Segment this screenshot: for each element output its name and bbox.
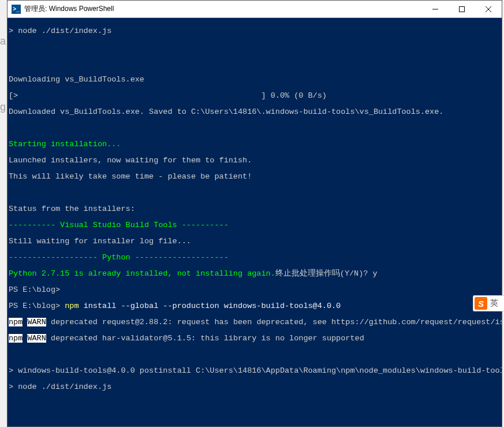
npm-warn-text: har-validator@5.1.5: this library is no … (98, 334, 364, 343)
npm-warn-text: request@2.88.2: request has been depreca… (98, 318, 502, 326)
titlebar[interactable]: >_ 管理员: Windows PowerShell (8, 1, 502, 18)
output-line: > node ./dist/index.js (9, 383, 501, 391)
output-line (9, 351, 501, 359)
npm-label: npm (9, 318, 23, 326)
sogou-icon: S (475, 297, 487, 310)
prompt-terminate: 终止批处理操作吗(Y/N)? y (275, 269, 378, 278)
output-line (9, 124, 501, 132)
output-line: > node ./dist/index.js (9, 27, 501, 35)
output-line (9, 60, 501, 68)
ime-indicator[interactable]: S 英 (473, 295, 504, 311)
section-header-vsbt: ---------- Visual Studio Build Tools ---… (9, 221, 501, 229)
npm-deprecated: deprecated (46, 318, 98, 326)
cmd-args: install --global --production windows-bu… (84, 302, 341, 310)
npm-deprecated: deprecated (46, 334, 98, 343)
output-line (9, 43, 501, 51)
output-line: This will likely take some time - please… (9, 173, 501, 181)
output-line: > windows-build-tools@4.0.0 postinstall … (9, 367, 501, 375)
section-header-python: ------------------- Python -------------… (9, 254, 501, 262)
output-line: Downloading vs_BuildTools.exe (9, 76, 501, 84)
close-button[interactable] (475, 1, 502, 17)
output-line (9, 415, 501, 424)
ps-prompt: PS E:\blog> (9, 302, 65, 310)
prompt-line: PS E:\blog> (9, 286, 501, 294)
output-line: Status from the installers: (9, 205, 501, 213)
progress-bar-line: [> ] 0.0% (0 B/s) (9, 92, 501, 100)
output-line (9, 399, 501, 407)
terminal-content[interactable]: > node ./dist/index.js Downloading vs_Bu… (8, 18, 502, 426)
output-line: Starting installation... (9, 140, 501, 148)
output-line: Launched installers, now waiting for the… (9, 157, 501, 165)
npm-warn-line: npm WARN deprecated request@2.88.2: requ… (9, 318, 501, 326)
warn-label: WARN (27, 318, 46, 326)
svg-rect-1 (460, 6, 465, 12)
background-fragment: a g (0, 35, 7, 113)
npm-label: npm (9, 334, 23, 343)
npm-warn-line: npm WARN deprecated har-validator@5.1.5:… (9, 335, 501, 343)
minimize-button[interactable] (422, 1, 449, 17)
powershell-window: >_ 管理员: Windows PowerShell > node ./dist… (7, 0, 502, 427)
command-line: PS E:\blog> npm install --global --produ… (9, 302, 501, 310)
bg-char-g: g (0, 101, 7, 113)
output-line: Downloaded vs_BuildTools.exe. Saved to C… (9, 108, 501, 116)
output-line (9, 189, 501, 197)
ime-language: 英 (490, 298, 498, 309)
cmd-npm: npm (65, 302, 83, 310)
window-title: 管理员: Windows PowerShell (24, 4, 422, 14)
window-controls (422, 1, 502, 17)
powershell-icon: >_ (12, 5, 21, 14)
python-status: Python 2.7.15 is already installed, not … (9, 269, 275, 278)
output-line: Python 2.7.15 is already installed, not … (9, 270, 501, 278)
maximize-button[interactable] (449, 1, 475, 17)
bg-char-a: a (0, 35, 7, 47)
warn-label: WARN (27, 334, 46, 343)
output-line: Still waiting for installer log file... (9, 237, 501, 246)
